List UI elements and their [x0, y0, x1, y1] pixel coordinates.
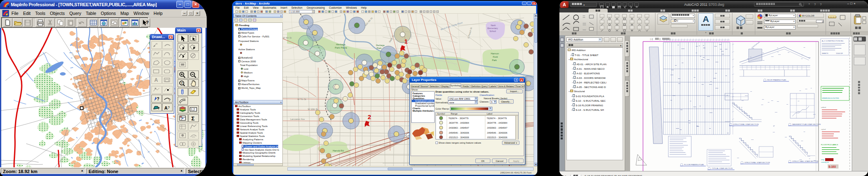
svg-text:Heritage: Heritage [376, 44, 385, 46]
svg-text:Park: Park [377, 47, 382, 49]
svg-text:2: 2 [368, 113, 371, 120]
svg-text:A+1 CONSTRUCTION INC: A+1 CONSTRUCTION INC [822, 40, 843, 42]
svg-text:?: ? [168, 98, 171, 102]
svg-text:Park: Park [492, 59, 497, 61]
svg-text:W 7th St: W 7th St [297, 98, 307, 100]
svg-text:omg: omg [821, 159, 824, 161]
svg-text:NW 4th St: NW 4th St [364, 17, 373, 26]
svg-text:styled: styled [821, 128, 826, 130]
svg-text:1: 1 [404, 38, 408, 45]
svg-text:TYPICAL STAIR SECTION: TYPICAL STAIR SECTION [712, 167, 732, 169]
svg-text:?: ? [146, 20, 148, 25]
svg-text:Lancaster Ave: Lancaster Ave [290, 118, 305, 120]
svg-text:1,2: 1,2 [191, 108, 195, 111]
svg-text:?: ? [158, 106, 160, 110]
svg-text:ROOF FRAMING PLAN: ROOF FRAMING PLAN [767, 79, 786, 81]
svg-text:A: A [154, 77, 158, 83]
svg-text:added: added [821, 106, 826, 108]
svg-text:[-][: [-][ [650, 38, 653, 40]
svg-text:W 4th St: W 4th St [283, 37, 292, 39]
svg-text:Nash: Nash [491, 24, 496, 27]
svg-text:Park Plaza: Park Plaza [335, 46, 347, 49]
svg-text:Σ: Σ [191, 115, 195, 122]
svg-text:GREEN BLDG NOTES: GREEN BLDG NOTES [822, 97, 839, 99]
svg-text:?: ? [181, 81, 183, 85]
svg-text:S-103: S-103 [828, 165, 836, 168]
svg-text:Harrold Rd: Harrold Rd [333, 149, 344, 152]
svg-text:coming up: coming up [821, 161, 829, 163]
svg-text:FLOOR FRAMING PLAN: FLOOR FRAMING PLAN [684, 164, 704, 166]
svg-text:STRUCTURAL STAIR SECTION: STRUCTURAL STAIR SECTION [733, 123, 759, 125]
svg-text:STRUCTURAL STAIR SECTION: STRUCTURAL STAIR SECTION [744, 161, 770, 164]
svg-text:15000 SF: 15000 SF [836, 53, 843, 54]
svg-text:?: ? [168, 105, 170, 110]
svg-text:][: ][ [659, 38, 661, 40]
svg-text:BASEMENT PLAN STAIR SECTION: BASEMENT PLAN STAIR SECTION [792, 123, 821, 125]
svg-text:Heritage: Heritage [336, 43, 346, 46]
svg-text:W 10th St: W 10th St [308, 108, 318, 110]
svg-text:School: School [490, 30, 496, 32]
svg-text:Field: Field [493, 56, 498, 58]
svg-text:SHEETS: SHEETS [822, 53, 828, 54]
svg-text:Harmon: Harmon [491, 52, 499, 55]
svg-text:Elementary: Elementary [487, 27, 498, 29]
svg-text:?: ? [157, 97, 159, 101]
svg-text:A: A [164, 105, 168, 110]
svg-text:FLOOR PK13 LABELS: FLOOR PK13 LABELS [821, 144, 838, 146]
